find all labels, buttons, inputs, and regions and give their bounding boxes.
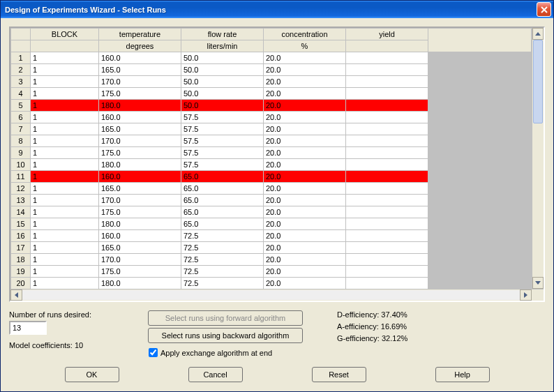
- scroll-thumb[interactable]: [533, 40, 543, 123]
- cell-temperature[interactable]: 170.0: [99, 76, 181, 88]
- col-header-block[interactable]: BLOCK: [31, 29, 99, 40]
- cell-concentration[interactable]: 20.0: [264, 195, 346, 206]
- row-number[interactable]: 11: [11, 171, 31, 183]
- row-number[interactable]: 3: [11, 76, 31, 88]
- cell-temperature[interactable]: 160.0: [99, 171, 181, 183]
- row-number[interactable]: 18: [11, 254, 31, 266]
- cell-concentration[interactable]: 20.0: [264, 112, 346, 123]
- cell-flowrate[interactable]: 50.0: [181, 100, 264, 112]
- cell-yield[interactable]: [346, 242, 428, 254]
- cell-flowrate[interactable]: 72.5: [181, 278, 264, 289]
- row-number[interactable]: 1: [11, 52, 31, 64]
- cell-temperature[interactable]: 160.0: [99, 52, 181, 64]
- cell-concentration[interactable]: 20.0: [264, 218, 346, 230]
- cell-block[interactable]: 1: [31, 278, 99, 289]
- row-number[interactable]: 19: [11, 266, 31, 278]
- col-header-concentration[interactable]: concentration: [264, 29, 346, 40]
- cell-flowrate[interactable]: 65.0: [181, 183, 264, 195]
- cell-block[interactable]: 1: [31, 242, 99, 254]
- cell-yield[interactable]: [346, 76, 428, 88]
- cell-concentration[interactable]: 20.0: [264, 206, 346, 218]
- cell-block[interactable]: 1: [31, 88, 99, 100]
- forward-algorithm-button[interactable]: Select runs using forward algorithm: [148, 310, 303, 326]
- cell-flowrate[interactable]: 65.0: [181, 171, 264, 183]
- cell-concentration[interactable]: 20.0: [264, 171, 346, 183]
- cell-block[interactable]: 1: [31, 100, 99, 112]
- cell-concentration[interactable]: 20.0: [264, 254, 346, 266]
- cell-temperature[interactable]: 180.0: [99, 218, 181, 230]
- cell-flowrate[interactable]: 72.5: [181, 254, 264, 266]
- cell-flowrate[interactable]: 50.0: [181, 88, 264, 100]
- cell-temperature[interactable]: 165.0: [99, 242, 181, 254]
- cell-block[interactable]: 1: [31, 183, 99, 195]
- exchange-algorithm-label[interactable]: Apply exchange algorithm at end: [160, 349, 272, 357]
- cell-yield[interactable]: [346, 266, 428, 278]
- cell-flowrate[interactable]: 72.5: [181, 266, 264, 278]
- row-number[interactable]: 20: [11, 278, 31, 289]
- scroll-right-button[interactable]: [520, 289, 532, 301]
- cell-temperature[interactable]: 165.0: [99, 183, 181, 195]
- cell-block[interactable]: 1: [31, 123, 99, 135]
- cell-yield[interactable]: [346, 64, 428, 76]
- row-number[interactable]: 5: [11, 100, 31, 112]
- cell-yield[interactable]: [346, 88, 428, 100]
- hscroll-track[interactable]: [22, 290, 520, 300]
- cell-flowrate[interactable]: 57.5: [181, 135, 264, 147]
- row-number[interactable]: 4: [11, 88, 31, 100]
- help-button[interactable]: Help: [435, 367, 490, 382]
- col-header-flowrate[interactable]: flow rate: [181, 29, 264, 40]
- row-number[interactable]: 10: [11, 159, 31, 171]
- cell-concentration[interactable]: 20.0: [264, 278, 346, 289]
- cell-yield[interactable]: [346, 100, 428, 112]
- row-number[interactable]: 14: [11, 206, 31, 218]
- row-number[interactable]: 13: [11, 195, 31, 206]
- cell-flowrate[interactable]: 72.5: [181, 242, 264, 254]
- cell-concentration[interactable]: 20.0: [264, 88, 346, 100]
- cell-block[interactable]: 1: [31, 171, 99, 183]
- cell-temperature[interactable]: 170.0: [99, 254, 181, 266]
- cell-block[interactable]: 1: [31, 112, 99, 123]
- col-header-yield[interactable]: yield: [346, 29, 428, 40]
- cell-temperature[interactable]: 180.0: [99, 100, 181, 112]
- row-number[interactable]: 6: [11, 112, 31, 123]
- cell-temperature[interactable]: 160.0: [99, 230, 181, 242]
- row-number[interactable]: 15: [11, 218, 31, 230]
- cell-yield[interactable]: [346, 230, 428, 242]
- cell-flowrate[interactable]: 57.5: [181, 159, 264, 171]
- cell-yield[interactable]: [346, 147, 428, 159]
- cell-block[interactable]: 1: [31, 147, 99, 159]
- cell-temperature[interactable]: 180.0: [99, 159, 181, 171]
- cell-concentration[interactable]: 20.0: [264, 159, 346, 171]
- reset-button[interactable]: Reset: [312, 367, 366, 382]
- col-header-temperature[interactable]: temperature: [99, 29, 181, 40]
- cell-block[interactable]: 1: [31, 64, 99, 76]
- cell-yield[interactable]: [346, 123, 428, 135]
- row-number[interactable]: 12: [11, 183, 31, 195]
- row-number[interactable]: 17: [11, 242, 31, 254]
- cell-block[interactable]: 1: [31, 135, 99, 147]
- cell-concentration[interactable]: 20.0: [264, 135, 346, 147]
- cell-flowrate[interactable]: 65.0: [181, 218, 264, 230]
- runs-table[interactable]: BLOCK temperature flow rate concentratio…: [10, 28, 532, 289]
- cell-yield[interactable]: [346, 206, 428, 218]
- row-number[interactable]: 8: [11, 135, 31, 147]
- cell-concentration[interactable]: 20.0: [264, 52, 346, 64]
- cell-temperature[interactable]: 160.0: [99, 112, 181, 123]
- cell-concentration[interactable]: 20.0: [264, 242, 346, 254]
- cell-temperature[interactable]: 165.0: [99, 123, 181, 135]
- scroll-up-button[interactable]: [532, 28, 544, 40]
- exchange-algorithm-checkbox[interactable]: [149, 348, 158, 357]
- cell-yield[interactable]: [346, 52, 428, 64]
- cell-temperature[interactable]: 175.0: [99, 206, 181, 218]
- cell-temperature[interactable]: 180.0: [99, 278, 181, 289]
- scroll-left-button[interactable]: [10, 289, 22, 301]
- cell-concentration[interactable]: 20.0: [264, 64, 346, 76]
- cell-flowrate[interactable]: 65.0: [181, 195, 264, 206]
- cell-concentration[interactable]: 20.0: [264, 147, 346, 159]
- cell-concentration[interactable]: 20.0: [264, 183, 346, 195]
- cell-flowrate[interactable]: 57.5: [181, 123, 264, 135]
- cell-temperature[interactable]: 175.0: [99, 266, 181, 278]
- cell-yield[interactable]: [346, 112, 428, 123]
- cell-block[interactable]: 1: [31, 266, 99, 278]
- cell-flowrate[interactable]: 50.0: [181, 64, 264, 76]
